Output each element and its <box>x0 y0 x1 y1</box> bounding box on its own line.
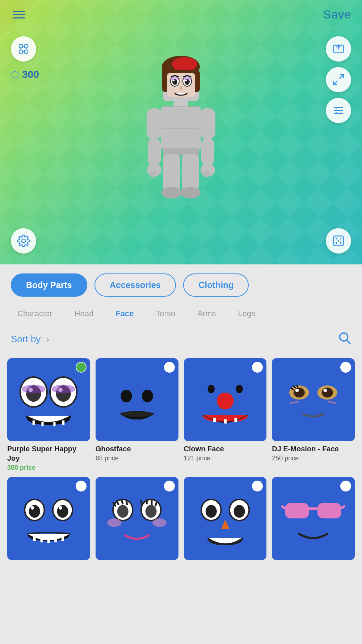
character-model-button[interactable] <box>11 36 36 62</box>
svg-point-53 <box>336 238 337 240</box>
svg-line-9 <box>340 75 344 79</box>
item-card[interactable]: Clown Face 121 price <box>184 358 267 472</box>
svg-rect-22 <box>200 108 215 139</box>
settings-area <box>11 228 36 254</box>
settings-button[interactable] <box>11 228 36 254</box>
svg-line-133 <box>341 506 345 509</box>
item-card[interactable] <box>272 477 355 560</box>
svg-line-92 <box>329 402 336 403</box>
settings-icon <box>17 234 30 247</box>
currency-amount: 300 <box>22 69 39 80</box>
sub-category-tabs: Character Head Face Torso Arms Legs <box>0 304 362 327</box>
item-card[interactable] <box>96 477 178 560</box>
item-card[interactable]: Ghostface 65 price <box>96 358 178 472</box>
svg-point-99 <box>31 506 34 510</box>
character-figure <box>127 29 235 228</box>
svg-point-15 <box>336 110 337 112</box>
item-price: 65 price <box>96 455 178 462</box>
svg-line-10 <box>334 81 338 85</box>
sort-bar: Sort by › <box>0 327 362 355</box>
currency-badge: ⬡ 300 <box>11 69 39 80</box>
character-viewport: Save ⬡ 300 <box>0 0 362 264</box>
image-refresh-icon <box>332 42 345 55</box>
items-grid: Purple Super Happy Joy 300 price Ghostfa… <box>0 355 362 564</box>
svg-point-75 <box>142 390 153 402</box>
svg-rect-129 <box>285 503 309 518</box>
svg-point-97 <box>29 505 40 518</box>
tab-body-parts[interactable]: Body Parts <box>11 273 87 297</box>
right-controls <box>326 36 351 123</box>
face-purple-happy <box>11 362 86 437</box>
svg-point-74 <box>121 390 132 402</box>
svg-line-115 <box>126 500 127 505</box>
tab-clothing[interactable]: Clothing <box>183 273 249 297</box>
dice-icon <box>332 234 345 247</box>
item-card[interactable]: DJ E-Mosion - Face 250 price <box>272 358 355 472</box>
svg-rect-0 <box>19 45 22 48</box>
svg-marker-128 <box>221 520 229 529</box>
svg-rect-34 <box>174 62 195 70</box>
item-name: Purple Super Happy Joy <box>7 444 90 463</box>
currency-icon: ⬡ <box>11 69 19 80</box>
item-select-circle <box>340 481 351 492</box>
item-card[interactable] <box>7 477 90 560</box>
list-icon <box>332 104 345 117</box>
save-button[interactable]: Save <box>323 8 351 21</box>
left-controls: ⬡ 300 <box>11 36 39 80</box>
sub-tab-head[interactable]: Head <box>64 304 104 323</box>
item-select-circle <box>252 362 263 373</box>
item-price: 121 price <box>184 455 267 462</box>
svg-point-27 <box>161 187 182 198</box>
svg-point-121 <box>152 518 167 527</box>
svg-point-57 <box>338 240 340 242</box>
svg-rect-2 <box>19 50 22 53</box>
svg-point-84 <box>294 388 305 397</box>
sub-tab-legs[interactable]: Legs <box>228 304 265 323</box>
sort-arrow: › <box>46 334 49 345</box>
sort-by-label: Sort by <box>11 334 41 345</box>
svg-point-120 <box>107 518 121 527</box>
header-bar: Save <box>0 0 362 29</box>
sub-tab-arms[interactable]: Arms <box>187 304 226 323</box>
svg-line-91 <box>291 402 298 403</box>
list-button[interactable] <box>326 98 351 123</box>
svg-point-87 <box>324 389 327 392</box>
svg-point-127 <box>233 505 245 518</box>
face-girly <box>102 483 172 553</box>
face-sunglasses <box>278 483 348 553</box>
random-button[interactable] <box>326 228 351 254</box>
search-icon <box>337 331 351 344</box>
sub-tab-torso[interactable]: Torso <box>146 304 185 323</box>
svg-line-116 <box>141 500 142 505</box>
image-refresh-button[interactable] <box>326 36 351 62</box>
expand-button[interactable] <box>326 67 351 92</box>
svg-point-47 <box>182 77 192 80</box>
sub-tab-character[interactable]: Character <box>7 304 63 323</box>
svg-line-90 <box>297 385 298 388</box>
tab-accessories[interactable]: Accessories <box>94 273 176 297</box>
svg-rect-1 <box>25 45 28 48</box>
svg-point-14 <box>336 107 337 109</box>
item-select-circle <box>340 362 351 373</box>
svg-point-86 <box>295 389 299 392</box>
item-price: 300 price <box>7 464 90 472</box>
item-select-circle <box>164 362 175 373</box>
item-card[interactable]: Purple Super Happy Joy 300 price <box>7 358 90 472</box>
sub-tab-face[interactable]: Face <box>105 304 144 323</box>
face-clown <box>190 364 260 435</box>
face-teeth <box>13 483 84 553</box>
model-icon <box>17 42 30 55</box>
item-name: Ghostface <box>96 444 178 453</box>
search-button[interactable] <box>337 331 351 347</box>
menu-button[interactable] <box>11 9 27 20</box>
svg-point-85 <box>322 388 333 397</box>
item-card[interactable] <box>184 477 267 560</box>
sort-by-button[interactable]: Sort by › <box>11 334 49 345</box>
svg-point-76 <box>217 393 234 410</box>
svg-line-132 <box>282 506 285 509</box>
svg-point-16 <box>336 112 337 114</box>
svg-point-56 <box>340 242 342 244</box>
face-ghostface <box>102 364 172 435</box>
svg-point-98 <box>57 505 68 518</box>
item-name: Clown Face <box>184 444 267 453</box>
